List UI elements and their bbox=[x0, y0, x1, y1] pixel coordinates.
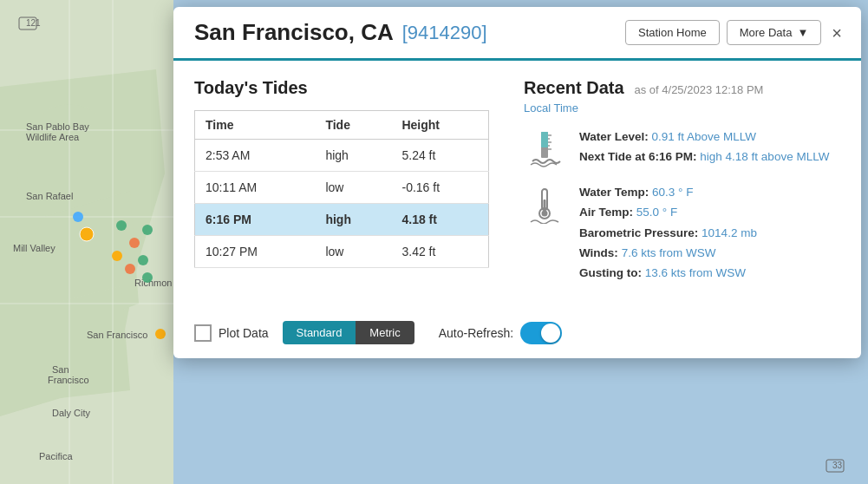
svg-text:121: 121 bbox=[26, 18, 41, 28]
station-modal: San Francisco, CA [9414290] Station Home… bbox=[173, 7, 861, 358]
station-home-button[interactable]: Station Home bbox=[625, 20, 720, 45]
weather-data: Water Temp: 60.3 ° F Air Temp: 55.0 ° F … bbox=[579, 184, 840, 285]
table-row: 2:53 AM high 5.24 ft bbox=[195, 140, 489, 172]
svg-text:Mill Valley: Mill Valley bbox=[13, 243, 55, 253]
standard-button[interactable]: Standard bbox=[283, 321, 356, 344]
height-cell: 5.24 ft bbox=[391, 140, 488, 172]
more-data-button[interactable]: More Data ▼ bbox=[727, 20, 822, 45]
table-row-highlighted: 6:16 PM high 4.18 ft bbox=[195, 204, 489, 236]
air-temp-val: 55.0 ° F bbox=[636, 206, 677, 219]
modal-body: Today's Tides Time Tide Height 2:53 AM h… bbox=[173, 61, 861, 312]
water-temp-label: Water Temp: bbox=[579, 186, 649, 199]
recent-header: Recent Data as of 4/25/2023 12:18 PM bbox=[524, 78, 840, 98]
water-temp-val: 60.3 ° F bbox=[652, 186, 693, 199]
svg-point-33 bbox=[80, 227, 94, 241]
svg-text:33: 33 bbox=[832, 461, 843, 470]
water-level-data: Water Level: 0.91 ft Above MLLW Next Tid… bbox=[579, 128, 840, 169]
tides-table: Time Tide Height 2:53 AM high 5.24 ft 10… bbox=[194, 110, 489, 268]
station-id: [9414290] bbox=[402, 22, 487, 44]
time-cell: 6:16 PM bbox=[195, 204, 316, 236]
city-name: San Francisco, CA bbox=[194, 19, 394, 46]
col-time: Time bbox=[195, 111, 316, 140]
winds-label: Winds: bbox=[579, 246, 618, 259]
tide-type-cell: low bbox=[315, 236, 391, 268]
metric-button[interactable]: Metric bbox=[356, 321, 414, 344]
svg-point-45 bbox=[542, 211, 548, 217]
auto-refresh-toggle[interactable] bbox=[520, 322, 562, 344]
svg-point-29 bbox=[138, 255, 148, 265]
winds-val: 7.6 kts from WSW bbox=[622, 246, 716, 259]
next-tide-label: Next Tide at 6:16 PM: bbox=[579, 150, 697, 163]
svg-text:Pacifica: Pacifica bbox=[39, 451, 73, 461]
col-tide: Tide bbox=[315, 111, 391, 140]
modal-footer: Plot Data Standard Metric Auto-Refresh: bbox=[173, 312, 861, 358]
barometric-label: Barometric Pressure: bbox=[579, 226, 698, 239]
next-tide-val: high 4.18 ft above MLLW bbox=[700, 150, 829, 163]
time-cell: 2:53 AM bbox=[195, 140, 316, 172]
svg-text:San: San bbox=[52, 364, 69, 375]
recent-title: Recent Data bbox=[524, 78, 624, 97]
local-time-label: Local Time bbox=[524, 101, 840, 114]
water-level-icon bbox=[524, 128, 565, 170]
svg-point-27 bbox=[112, 251, 122, 261]
svg-point-32 bbox=[142, 225, 153, 235]
col-height: Height bbox=[391, 111, 488, 140]
svg-text:Richmon: Richmon bbox=[134, 278, 172, 288]
weather-icon bbox=[524, 184, 565, 226]
tide-type-cell: low bbox=[315, 172, 391, 204]
recent-section: Recent Data as of 4/25/2023 12:18 PM Loc… bbox=[524, 78, 840, 298]
svg-rect-36 bbox=[541, 132, 548, 147]
svg-text:Daly City: Daly City bbox=[52, 408, 91, 418]
table-row: 10:27 PM low 3.42 ft bbox=[195, 236, 489, 268]
weather-block: Water Temp: 60.3 ° F Air Temp: 55.0 ° F … bbox=[524, 184, 840, 285]
water-level-val: 0.91 ft Above MLLW bbox=[652, 130, 757, 143]
unit-toggle: Standard Metric bbox=[283, 321, 414, 344]
height-cell: -0.16 ft bbox=[391, 172, 488, 204]
svg-text:Francisco: Francisco bbox=[48, 375, 89, 385]
table-row: 10:11 AM low -0.16 ft bbox=[195, 172, 489, 204]
tide-type-cell: high bbox=[315, 140, 391, 172]
svg-point-34 bbox=[73, 212, 83, 222]
modal-title: San Francisco, CA [9414290] bbox=[194, 19, 615, 46]
svg-point-30 bbox=[142, 272, 153, 283]
barometric-val: 1014.2 mb bbox=[702, 226, 757, 239]
svg-point-26 bbox=[129, 238, 140, 248]
time-cell: 10:11 AM bbox=[195, 172, 316, 204]
time-cell: 10:27 PM bbox=[195, 236, 316, 268]
svg-text:San Francisco: San Francisco bbox=[87, 330, 147, 340]
water-level-block: Water Level: 0.91 ft Above MLLW Next Tid… bbox=[524, 128, 840, 170]
svg-point-25 bbox=[116, 220, 127, 231]
more-data-chevron-icon: ▼ bbox=[797, 26, 808, 39]
header-buttons: Station Home More Data ▼ × bbox=[625, 20, 845, 45]
more-data-label: More Data bbox=[740, 26, 793, 39]
recent-as-of: as of 4/25/2023 12:18 PM bbox=[635, 83, 764, 96]
svg-point-28 bbox=[125, 264, 135, 274]
tides-section: Today's Tides Time Tide Height 2:53 AM h… bbox=[194, 78, 489, 298]
gusting-val: 13.6 kts from WSW bbox=[645, 266, 746, 279]
modal-header: San Francisco, CA [9414290] Station Home… bbox=[173, 7, 861, 61]
svg-text:San Rafael: San Rafael bbox=[26, 191, 73, 201]
water-level-label: Water Level: bbox=[579, 130, 649, 143]
svg-text:Wildlife Area: Wildlife Area bbox=[26, 132, 80, 142]
plot-data-label: Plot Data bbox=[219, 326, 269, 340]
air-temp-label: Air Temp: bbox=[579, 206, 633, 219]
auto-refresh-wrap: Auto-Refresh: bbox=[439, 322, 562, 344]
plot-data-checkbox[interactable] bbox=[194, 324, 212, 342]
svg-text:San Pablo Bay: San Pablo Bay bbox=[26, 121, 89, 132]
tide-type-cell: high bbox=[315, 204, 391, 236]
svg-point-31 bbox=[155, 329, 166, 339]
gusting-label: Gusting to: bbox=[579, 266, 642, 279]
auto-refresh-label: Auto-Refresh: bbox=[439, 326, 513, 340]
height-cell: 3.42 ft bbox=[391, 236, 488, 268]
plot-data-wrap: Plot Data bbox=[194, 324, 269, 342]
tides-title: Today's Tides bbox=[194, 78, 489, 98]
close-button[interactable]: × bbox=[828, 24, 845, 42]
height-cell: 4.18 ft bbox=[391, 204, 488, 236]
